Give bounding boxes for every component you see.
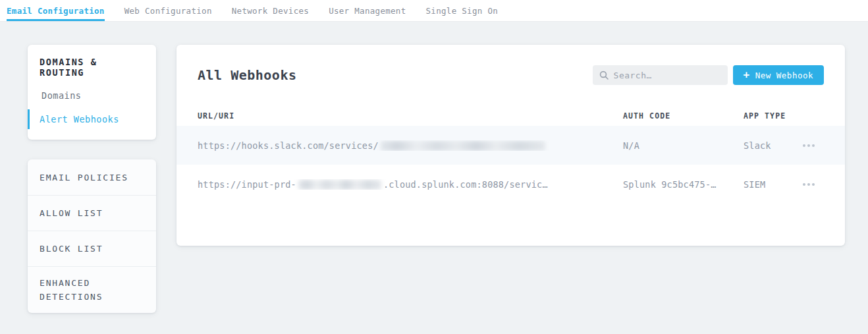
webhooks-panel: All Webhooks + New Webhook URL/URI AUTH …	[176, 45, 845, 246]
sidebar-item-email-policies[interactable]: EMAIL POLICIES	[28, 159, 156, 195]
webhook-app-type: Slack	[744, 140, 794, 151]
table-row: https://hooks.slack.com/services/ N/A Sl…	[176, 126, 845, 165]
redacted-text	[381, 141, 545, 151]
ellipsis-menu-icon[interactable]	[803, 183, 805, 186]
tab-email-configuration[interactable]: Email Configuration	[7, 0, 105, 21]
tab-network-devices[interactable]: Network Devices	[232, 0, 309, 21]
sidebar-item-enhanced-detections[interactable]: ENHANCED DETECTIONS	[28, 266, 156, 313]
search-icon	[599, 70, 609, 80]
table-header-row: URL/URI AUTH CODE APP TYPE	[176, 105, 845, 126]
ellipsis-menu-icon[interactable]	[803, 144, 805, 147]
sidebar-item-block-list[interactable]: BLOCK LIST	[28, 231, 156, 266]
webhook-auth-code: N/A	[623, 140, 744, 151]
tab-web-configuration[interactable]: Web Configuration	[124, 0, 212, 21]
column-header-app-type: APP TYPE	[744, 111, 794, 121]
page-title: All Webhooks	[198, 67, 297, 83]
sidebar-item-allow-list[interactable]: ALLOW LIST	[28, 195, 156, 231]
sidebar-sections-card: EMAIL POLICIES ALLOW LIST BLOCK LIST ENH…	[28, 159, 156, 313]
webhooks-table: URL/URI AUTH CODE APP TYPE https://hooks…	[176, 105, 845, 204]
domains-routing-card: DOMAINS & ROUTING Domains Alert Webhooks	[28, 45, 156, 140]
row-actions-cell	[794, 183, 823, 186]
webhook-auth-code: Splunk 9c5bc475-…	[623, 179, 744, 190]
table-row: https://input-prd-.cloud.splunk.com:8088…	[176, 165, 845, 204]
sidebar-item-alert-webhooks[interactable]: Alert Webhooks	[28, 109, 156, 129]
sidebar-section-title: DOMAINS & ROUTING	[28, 57, 156, 78]
column-header-auth-code: AUTH CODE	[623, 111, 744, 121]
webhook-url: https://hooks.slack.com/services/	[198, 140, 623, 151]
sidebar-item-domains[interactable]: Domains	[28, 86, 156, 105]
panel-header: All Webhooks + New Webhook	[176, 45, 845, 105]
column-header-url-uri: URL/URI	[198, 111, 623, 121]
top-nav: Email Configuration Web Configuration Ne…	[0, 0, 868, 22]
content-area: DOMAINS & ROUTING Domains Alert Webhooks…	[0, 22, 868, 313]
new-webhook-button-label: New Webhook	[755, 70, 813, 80]
tab-single-sign-on[interactable]: Single Sign On	[426, 0, 499, 21]
search-input[interactable]	[614, 70, 721, 80]
plus-icon: +	[744, 70, 750, 80]
webhook-app-type: SIEM	[744, 179, 794, 190]
new-webhook-button[interactable]: + New Webhook	[733, 65, 824, 85]
tab-user-management[interactable]: User Management	[329, 0, 406, 21]
redacted-text	[298, 180, 381, 190]
search-box	[593, 65, 728, 85]
webhook-url: https://input-prd-.cloud.splunk.com:8088…	[198, 179, 623, 190]
sidebar: DOMAINS & ROUTING Domains Alert Webhooks…	[28, 45, 156, 313]
row-actions-cell	[794, 144, 823, 147]
